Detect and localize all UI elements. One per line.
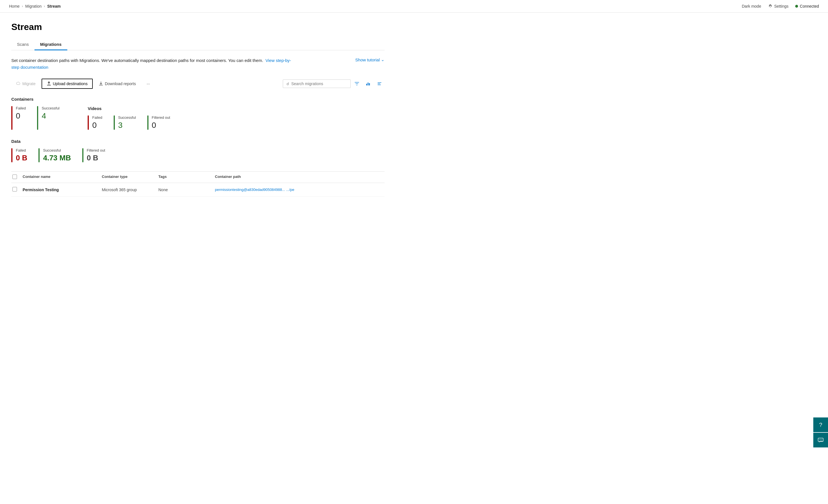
breadcrumb: Home › Migration › Stream: [9, 4, 60, 8]
videos-filtered-label: Filtered out: [152, 115, 170, 120]
data-failed-value: 0 B: [16, 154, 27, 162]
table-header: Container name Container type Tags Conta…: [11, 172, 384, 183]
breadcrumb-home[interactable]: Home: [9, 4, 19, 8]
connected-dot: [795, 5, 798, 8]
data-success-stat: Successful 4.73 MB: [38, 148, 71, 162]
search-box: ☌: [283, 80, 350, 88]
upload-icon: [47, 81, 51, 86]
videos-failed-stat: Failed 0: [88, 115, 102, 130]
breadcrumb-sep2: ›: [44, 4, 45, 8]
settings-button[interactable]: Settings: [768, 4, 789, 8]
containers-success-label: Successful: [42, 106, 59, 110]
row-checkbox[interactable]: [12, 187, 17, 192]
videos-filtered-bar: [147, 115, 149, 130]
show-tutorial-label: Show tutorial: [355, 57, 380, 62]
more-options-button[interactable]: ···: [142, 79, 155, 88]
download-icon: [99, 81, 103, 86]
data-filtered-label: Filtered out: [87, 148, 105, 153]
download-reports-label: Download reports: [105, 81, 136, 86]
more-icon: ···: [147, 81, 150, 86]
containers-success-stat: Successful 4: [37, 106, 59, 130]
data-stats-row: Failed 0 B Successful 4.73 MB Filtered o…: [11, 148, 384, 162]
group-button[interactable]: [374, 79, 384, 89]
lines-icon: [377, 81, 382, 86]
success-bar: [37, 106, 38, 130]
containers-success-value: 4: [42, 112, 59, 121]
upload-destinations-label: Upload destinations: [53, 81, 88, 86]
videos-section-title: Videos: [88, 106, 170, 111]
videos-failed-bar: [88, 115, 89, 130]
connected-status: Connected: [795, 4, 819, 8]
svg-rect-0: [366, 84, 367, 85]
videos-success-stat: Successful 3: [114, 115, 136, 130]
data-filtered-value: 0 B: [87, 154, 105, 162]
videos-success-value: 3: [118, 121, 136, 130]
containers-failed-stat: Failed 0: [11, 106, 26, 130]
failed-bar: [11, 106, 12, 130]
data-failed-stat: Failed 0 B: [11, 148, 27, 162]
topbar-right: Dark mode Settings Connected: [742, 4, 819, 8]
header-container-name: Container name: [23, 174, 102, 180]
row-checkbox-col: [11, 187, 23, 192]
containers-stats-row: Failed 0 Successful 4 Videos Failed 0: [11, 106, 384, 130]
page-title: Stream: [11, 22, 384, 32]
search-icon: ☌: [286, 81, 289, 86]
containers-failed-label: Failed: [16, 106, 26, 110]
breadcrumb-current: Stream: [47, 4, 60, 8]
upload-destinations-button[interactable]: Upload destinations: [42, 79, 93, 89]
data-failed-bar: [11, 148, 12, 162]
filter-icon: [355, 81, 359, 86]
row-container-name: Permission Testing: [23, 187, 102, 192]
breadcrumb-migration[interactable]: Migration: [25, 4, 42, 8]
containers-failed-value: 0: [16, 112, 26, 121]
data-success-value: 4.73 MB: [43, 154, 71, 162]
videos-failed-value: 0: [92, 121, 102, 130]
settings-label: Settings: [774, 4, 789, 8]
videos-failed-label: Failed: [92, 115, 102, 120]
main-content: Stream Scans Migrations Set container de…: [0, 13, 396, 206]
cloud-upload-icon: [16, 81, 20, 86]
containers-section-title: Containers: [11, 97, 384, 101]
chevron-down-icon: ⌄: [381, 57, 384, 62]
row-tags: None: [158, 187, 215, 192]
header-checkbox-col: [11, 174, 23, 180]
download-reports-button[interactable]: Download reports: [94, 79, 141, 88]
show-tutorial-button[interactable]: Show tutorial ⌄: [355, 57, 384, 62]
data-success-label: Successful: [43, 148, 71, 153]
videos-filtered-value: 0: [152, 121, 170, 130]
row-container-type: Microsoft 365 group: [102, 187, 158, 192]
bar-chart-icon: [366, 81, 370, 86]
select-all-checkbox[interactable]: [12, 174, 17, 179]
data-filtered-stat: Filtered out 0 B: [82, 148, 105, 162]
filter-button[interactable]: [352, 79, 362, 89]
search-input[interactable]: [291, 81, 347, 86]
data-filtered-bar: [82, 148, 83, 162]
chart-button[interactable]: [363, 79, 373, 89]
videos-success-bar: [114, 115, 115, 130]
gear-icon: [768, 4, 773, 8]
data-failed-label: Failed: [16, 148, 27, 153]
tab-scans[interactable]: Scans: [11, 39, 35, 50]
table-row: Permission Testing Microsoft 365 group N…: [11, 183, 384, 197]
svg-rect-1: [368, 83, 369, 85]
svg-rect-2: [369, 83, 370, 85]
migrate-button[interactable]: Migrate: [11, 79, 40, 88]
header-tags: Tags: [158, 174, 215, 180]
header-container-path: Container path: [215, 174, 384, 180]
migrations-table: Container name Container type Tags Conta…: [11, 171, 384, 197]
tab-migrations[interactable]: Migrations: [35, 39, 67, 50]
header-container-type: Container type: [102, 174, 158, 180]
dark-mode-toggle[interactable]: Dark mode: [742, 4, 761, 8]
description-text: Set container destination paths with Mig…: [11, 57, 294, 71]
migrate-label: Migrate: [22, 81, 36, 86]
row-container-path: permissiontesting@a830edad905084988... .…: [215, 187, 384, 192]
breadcrumb-sep1: ›: [22, 4, 23, 8]
tabs-container: Scans Migrations: [11, 39, 384, 50]
data-section-title: Data: [11, 139, 384, 144]
toolbar: Migrate Upload destinations Download rep…: [11, 79, 384, 89]
videos-filtered-stat: Filtered out 0: [147, 115, 170, 130]
description-row: Set container destination paths with Mig…: [11, 57, 384, 71]
videos-success-label: Successful: [118, 115, 136, 120]
data-success-bar: [38, 148, 40, 162]
connected-label: Connected: [800, 4, 819, 8]
